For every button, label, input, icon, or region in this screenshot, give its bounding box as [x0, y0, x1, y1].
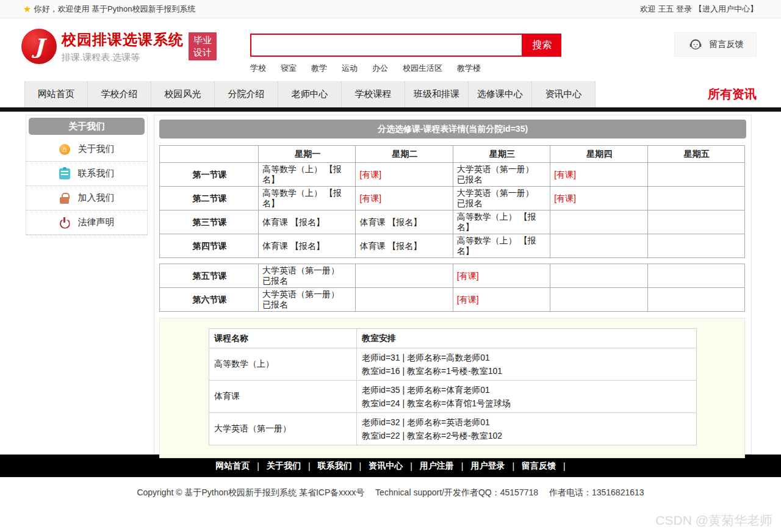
timetable-row: 第六节课大学英语（第一册） 已报名[有课] — [160, 288, 745, 312]
course-row: 体育课老师id=35 | 老师名称=体育老师01教室id=24 | 教室名称=体… — [209, 381, 697, 413]
nav-item-4[interactable]: 老师中心 — [278, 81, 342, 107]
period-label: 第四节课 — [160, 234, 259, 258]
course-name-cell: 体育课 — [209, 381, 357, 413]
footer-link[interactable]: 用户登录 — [470, 461, 505, 472]
hot-word-link[interactable]: 教学楼 — [457, 63, 481, 74]
corner-cell — [160, 146, 259, 163]
legal-icon — [59, 217, 70, 228]
footer-separator: | — [563, 461, 566, 471]
has-class-flag: [有课] — [453, 264, 550, 288]
course-signup-cell[interactable]: 高等数学（上） 【报名】 — [259, 187, 356, 210]
timetable-cell — [356, 264, 453, 288]
footer-link[interactable]: 关于我们 — [267, 461, 301, 472]
nav-item-7[interactable]: 选修课中心 — [469, 81, 532, 107]
timetable-cell: 大学英语（第一册） 已报名 — [259, 264, 356, 288]
footer-link[interactable]: 网站首页 — [215, 461, 250, 472]
login-status-text: 欢迎 王五 登录 — [640, 4, 692, 15]
period-label: 第二节课 — [160, 187, 259, 210]
nav-item-3[interactable]: 分院介绍 — [215, 81, 278, 107]
main-panel: 分选选修课-课程表详情(当前分院id=35) 星期一星期二星期三星期四星期五第一… — [154, 115, 752, 455]
nav-item-5[interactable]: 学校课程 — [342, 81, 405, 107]
has-class-flag: [有课] — [550, 163, 647, 187]
hot-word-link[interactable]: 寝室 — [281, 63, 297, 74]
footer-link[interactable]: 用户注册 — [420, 461, 454, 472]
course-signup-cell[interactable]: 高等数学（上） 【报名】 — [453, 234, 550, 258]
main-nav: 网站首页学校介绍校园风光分院介绍老师中心学校课程班级和排课选修课中心资讯中心 所… — [0, 81, 781, 107]
footer-link[interactable]: 资讯中心 — [369, 461, 403, 472]
course-signup-cell[interactable]: 高等数学（上） 【报名】 — [453, 210, 550, 234]
all-news-link[interactable]: 所有资讯 — [708, 81, 757, 107]
hot-word-link[interactable]: 学校 — [250, 63, 266, 74]
nav-item-8[interactable]: 资讯中心 — [532, 81, 596, 107]
contact-icon — [59, 168, 70, 179]
course-detail-panel: 课程名称教室安排高等数学（上）老师id=31 | 老师名称=高数老师01教室id… — [159, 318, 745, 458]
nav-item-2[interactable]: 校园风光 — [151, 81, 215, 107]
hot-word-link[interactable]: 办公 — [372, 63, 388, 74]
about-icon: ⌂ — [59, 144, 70, 155]
course-detail-table: 课程名称教室安排高等数学（上）老师id=31 | 老师名称=高数老师01教室id… — [209, 328, 697, 445]
sidebar-item-label: 加入我们 — [78, 192, 115, 204]
footer-link[interactable]: 留言反馈 — [522, 461, 556, 472]
classroom-header: 教室安排 — [357, 329, 697, 348]
timetable-row: 第四节课体育课 【报名】体育课 【报名】高等数学（上） 【报名】 — [160, 234, 745, 258]
timetable-row: 第一节课高等数学（上） 【报名】[有课]大学英语（第一册） 已报名[有课] — [160, 163, 745, 187]
feedback-button[interactable]: 留言反馈 — [674, 32, 757, 57]
course-signup-cell[interactable]: 体育课 【报名】 — [356, 210, 453, 234]
arrangement-line: 老师id=35 | 老师名称=体育老师01 — [362, 383, 691, 397]
arrangement-line: 教室id=22 | 教室名称=2号楼-教室102 — [362, 429, 691, 442]
watermark-text: CSDN @黄菊华老师 — [0, 498, 781, 529]
classroom-cell: 老师id=31 | 老师名称=高数老师01教室id=16 | 教室名称=1号楼-… — [357, 348, 697, 381]
arrangement-line: 老师id=32 | 老师名称=英语老师01 — [362, 415, 691, 429]
join-icon — [59, 193, 70, 204]
site-logo[interactable]: J 校园排课选课系统 排课.课程表.选课等 毕业 设计 — [21, 29, 217, 64]
site-title: 校园排课选课系统 — [62, 30, 184, 49]
course-table-header: 课程名称教室安排 — [209, 329, 697, 348]
footer-separator: | — [461, 461, 464, 471]
timetable-row: 第五节课大学英语（第一册） 已报名[有课] — [160, 264, 745, 288]
search-input[interactable] — [250, 34, 523, 57]
course-row: 大学英语（第一册）老师id=32 | 老师名称=英语老师01教室id=22 | … — [209, 413, 697, 445]
hot-word-link[interactable]: 教学 — [311, 63, 327, 74]
timetable-header-row: 星期一星期二星期三星期四星期五 — [160, 146, 745, 163]
timetable-cell — [550, 210, 647, 234]
search-button[interactable]: 搜索 — [523, 34, 561, 57]
timetable-cell — [550, 264, 647, 288]
nav-item-1[interactable]: 学校介绍 — [88, 81, 151, 107]
customer-service-icon — [688, 37, 704, 52]
hot-word-link[interactable]: 运动 — [342, 63, 358, 74]
course-signup-cell[interactable]: 体育课 【报名】 — [259, 210, 356, 234]
course-signup-cell[interactable]: 高等数学（上） 【报名】 — [259, 163, 356, 187]
course-name-header: 课程名称 — [209, 329, 357, 348]
timetable-row: 第二节课高等数学（上） 【报名】[有课]大学英语（第一册） 已报名[有课] — [160, 187, 745, 210]
footer-link[interactable]: 联系我们 — [318, 461, 352, 472]
sidebar-item[interactable]: 联系我们 — [26, 162, 147, 186]
course-signup-cell[interactable]: 体育课 【报名】 — [259, 234, 356, 258]
arrangement-line: 教室id=24 | 教室名称=体育馆1号篮球场 — [362, 397, 691, 410]
hot-word-link[interactable]: 校园生活区 — [403, 63, 442, 74]
arrangement-line: 老师id=31 | 老师名称=高数老师01 — [362, 351, 691, 364]
footer-separator: | — [308, 461, 311, 471]
graduation-badge: 毕业 设计 — [189, 32, 217, 60]
sidebar-title: 关于我们 — [29, 118, 145, 135]
classroom-cell: 老师id=35 | 老师名称=体育老师01教室id=24 | 教室名称=体育馆1… — [357, 381, 697, 413]
top-bar: ★ 你好，欢迎使用 基于Python校园新手报到系统 欢迎 王五 登录 【进入用… — [0, 0, 781, 18]
timetable-cell: 大学英语（第一册） 已报名 — [259, 288, 356, 312]
nav-item-6[interactable]: 班级和排课 — [405, 81, 469, 107]
has-class-flag: [有课] — [356, 163, 453, 187]
timetable-cell — [647, 210, 744, 234]
sidebar-item[interactable]: 加入我们 — [26, 186, 147, 210]
user-center-link[interactable]: 【进入用户中心】 — [694, 4, 758, 15]
sidebar-item-label: 法律声明 — [78, 217, 115, 228]
period-label: 第一节课 — [160, 163, 259, 187]
welcome-message: 你好，欢迎使用 基于Python校园新手报到系统 — [34, 4, 195, 15]
timetable-cell — [550, 288, 647, 312]
nav-item-0[interactable]: 网站首页 — [24, 81, 88, 107]
sidebar-item[interactable]: ⌂关于我们 — [26, 137, 147, 162]
sidebar-item[interactable]: 法律声明 — [26, 210, 147, 235]
hot-words: 学校寝室教学运动办公校园生活区教学楼 — [250, 63, 563, 74]
timetable-main: 星期一星期二星期三星期四星期五第一节课高等数学（上） 【报名】[有课]大学英语（… — [159, 145, 745, 258]
course-name-cell: 大学英语（第一册） — [209, 413, 357, 445]
day-header: 星期一 — [259, 146, 356, 163]
timetable-cell — [647, 163, 744, 187]
course-signup-cell[interactable]: 体育课 【报名】 — [356, 234, 453, 258]
